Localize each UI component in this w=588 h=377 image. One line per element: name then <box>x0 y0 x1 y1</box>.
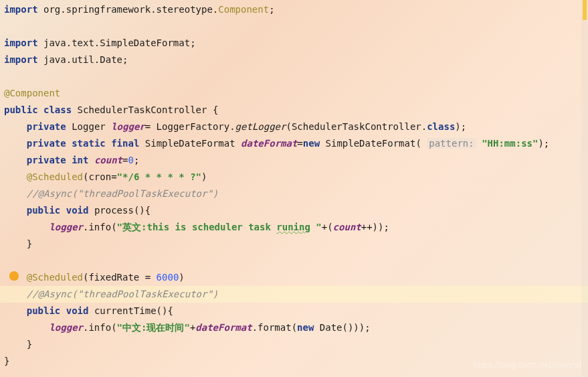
code-line[interactable]: import java.text.SimpleDateFormat; <box>0 35 588 52</box>
code-line[interactable]: } <box>0 236 588 252</box>
method-call: getLogger <box>235 121 286 132</box>
field: logger <box>49 322 83 333</box>
scrollbar[interactable] <box>581 0 588 377</box>
annotation: @Scheduled <box>27 272 83 283</box>
keyword: private <box>27 121 66 132</box>
text: ; <box>134 155 139 165</box>
text: ) <box>179 272 184 283</box>
indent <box>4 121 27 132</box>
code-line[interactable]: public void process(){ <box>0 202 588 219</box>
keyword: new <box>297 322 314 333</box>
brace: } <box>27 238 32 249</box>
indent <box>4 222 49 232</box>
brace: } <box>4 356 9 366</box>
keyword: class <box>43 104 72 115</box>
keyword: final <box>111 138 139 149</box>
comment: //@Async("threadPoolTaskExecutor") <box>27 289 219 299</box>
field: logger <box>111 121 145 132</box>
code-line[interactable]: logger.info("中文:现在时间"+dateFormat.format(… <box>0 319 588 336</box>
method-name: currentTime(){ <box>88 305 173 316</box>
code-editor[interactable]: import org.springframework.stereotype.Co… <box>0 0 588 370</box>
text: (fixedRate = <box>83 272 157 283</box>
package: org.springframework.stereotype. <box>38 4 219 15</box>
keyword: private <box>27 138 66 149</box>
text: (SchedulerTaskController. <box>286 121 427 132</box>
text: .format( <box>252 322 297 333</box>
code-line[interactable]: import org.springframework.stereotype.Co… <box>0 1 588 18</box>
type: SimpleDateFormat <box>139 138 241 149</box>
string: " <box>310 222 322 232</box>
class-name: SchedulerTaskController { <box>72 104 218 115</box>
field: dateFormat <box>241 138 297 149</box>
package: java.text.SimpleDateFormat; <box>38 37 196 48</box>
number: 0 <box>128 155 133 165</box>
indent <box>4 138 27 149</box>
indent <box>4 205 27 216</box>
code-line[interactable]: logger.info("英文:this is scheduler task r… <box>0 219 588 236</box>
text: +( <box>322 222 333 232</box>
typo-warning: runing <box>276 222 310 232</box>
code-line-empty[interactable] <box>0 252 588 269</box>
code-line[interactable]: } <box>0 336 588 353</box>
type: Logger <box>66 121 111 132</box>
keyword: import <box>4 54 38 65</box>
text: SimpleDateFormat( <box>320 138 427 149</box>
text: ++)); <box>361 222 389 232</box>
code-line-empty[interactable] <box>0 68 588 85</box>
code-line[interactable]: private static final SimpleDateFormat da… <box>0 135 588 152</box>
code-line[interactable]: public void currentTime(){ <box>0 303 588 319</box>
text: Date())); <box>314 322 370 333</box>
text: ) <box>201 171 207 182</box>
text: = <box>297 138 302 149</box>
code-line[interactable]: public class SchedulerTaskController { <box>0 102 588 119</box>
indent <box>4 238 27 249</box>
parameter-hint: pattern: <box>427 138 476 149</box>
indent <box>4 171 27 182</box>
keyword: void <box>66 305 89 316</box>
text: .info( <box>83 222 117 232</box>
keyword: public <box>27 305 61 316</box>
keyword: new <box>303 138 320 149</box>
keyword: import <box>4 4 38 15</box>
keyword: void <box>66 205 89 216</box>
annotation: @Component <box>4 88 60 98</box>
method-name: process(){ <box>88 205 151 216</box>
intention-bulb-icon[interactable] <box>9 271 19 281</box>
field: logger <box>49 222 83 232</box>
code-line[interactable]: @Component <box>0 85 588 102</box>
text: = LoggerFactory. <box>145 121 235 132</box>
indent <box>4 339 27 350</box>
text: ); <box>455 121 466 132</box>
code-line[interactable]: import java.util.Date; <box>0 52 588 68</box>
text: .info( <box>83 322 117 333</box>
code-line[interactable]: //@Async("threadPoolTaskExecutor") <box>0 185 588 202</box>
semicolon: ; <box>269 4 274 15</box>
field: count <box>88 155 122 165</box>
string: "英文:this is scheduler task <box>117 222 277 232</box>
keyword: public <box>4 104 38 115</box>
number: 6000 <box>157 272 179 283</box>
text: ); <box>538 138 549 149</box>
text: (cron= <box>83 171 117 182</box>
package: java.util.Date; <box>38 54 128 65</box>
scrollbar-warning-mark[interactable] <box>583 0 587 20</box>
indent <box>4 155 27 165</box>
field: dateFormat <box>195 322 252 333</box>
keyword: static <box>72 138 106 149</box>
indent <box>4 305 27 316</box>
keyword: class <box>427 121 455 132</box>
indent <box>4 188 27 199</box>
code-line[interactable]: @Scheduled(fixedRate = 6000) <box>0 269 588 286</box>
code-line-empty[interactable] <box>0 18 588 35</box>
code-line-current[interactable]: //@Async("threadPoolTaskExecutor") <box>0 286 588 303</box>
string: "HH:mm:ss" <box>482 138 538 149</box>
watermark: https://blog.csdn.net/cssnnd <box>474 356 581 373</box>
string: "*/6 * * * * ?" <box>117 171 201 182</box>
code-line[interactable]: @Scheduled(cron="*/6 * * * * ?") <box>0 169 588 185</box>
keyword: int <box>72 155 88 165</box>
code-line[interactable]: private int count=0; <box>0 152 588 169</box>
keyword: import <box>4 37 38 48</box>
brace: } <box>27 339 32 350</box>
code-line[interactable]: private Logger logger= LoggerFactory.get… <box>0 119 588 135</box>
field: count <box>333 222 361 232</box>
